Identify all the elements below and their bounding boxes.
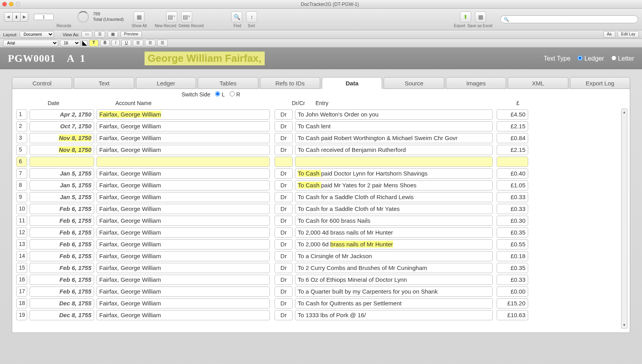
row-date[interactable]: Feb 6, 1755 <box>30 216 94 226</box>
row-account[interactable]: Fairfax, George William <box>96 310 270 320</box>
row-amount[interactable]: £0.33 <box>497 192 528 202</box>
search-input[interactable] <box>500 15 638 23</box>
row-amount[interactable]: £0.33 <box>497 275 528 285</box>
delete-record-icon[interactable]: ▤ˣ <box>181 11 192 22</box>
table-row[interactable]: 19Dec 8, 1755Fairfax, George WilliamDrTo… <box>16 309 620 321</box>
row-number[interactable]: 6 <box>16 157 27 167</box>
row-account[interactable]: Fairfax, George William <box>96 216 270 226</box>
row-account[interactable]: Fairfax, George William <box>96 180 270 190</box>
row-entry[interactable]: To 2,000 6d brass nails of Mr Hunter <box>295 239 493 249</box>
table-row[interactable]: 18Dec 8, 1755Fairfax, George WilliamDrTo… <box>16 297 620 309</box>
table-row[interactable]: 14Feb 6, 1755Fairfax, George WilliamDrTo… <box>16 250 620 262</box>
row-drcr[interactable]: Dr <box>275 227 293 238</box>
row-drcr[interactable]: Dr <box>275 216 293 226</box>
view-form-icon[interactable]: ▭ <box>82 31 92 38</box>
radio-ledger[interactable]: Ledger <box>577 55 604 62</box>
row-date[interactable]: Feb 6, 1755 <box>30 204 94 214</box>
row-entry[interactable]: To 2 Curry Combs and Brushes of Mr Cunin… <box>295 263 493 273</box>
row-amount[interactable]: £4.50 <box>497 109 528 120</box>
row-entry[interactable]: To Cash received of Benjamin Rutherford <box>295 145 493 155</box>
row-drcr[interactable] <box>275 157 293 167</box>
next-record-icon[interactable]: ▶ <box>20 13 28 21</box>
view-list-icon[interactable]: ☰ <box>95 31 105 38</box>
scroll-up-icon[interactable]: ▲ <box>622 109 627 115</box>
row-amount[interactable]: £2.15 <box>497 145 528 155</box>
row-account[interactable]: Fairfax, George William <box>96 192 270 202</box>
row-drcr[interactable]: Dr <box>275 275 293 285</box>
tab-tables[interactable]: Tables <box>198 77 258 89</box>
record-nav[interactable]: ◀ ▮ ▶ <box>4 12 28 22</box>
row-amount[interactable] <box>497 157 528 167</box>
bold-button[interactable]: B <box>100 40 110 46</box>
row-account[interactable]: Fairfax, George William <box>96 298 270 309</box>
row-drcr[interactable]: Dr <box>275 121 293 131</box>
prev-record-icon[interactable]: ◀ <box>4 13 12 21</box>
row-number[interactable]: 5 <box>16 145 27 155</box>
underline-button[interactable]: U <box>121 40 131 46</box>
row-amount[interactable]: £0.00 <box>497 286 528 297</box>
row-account[interactable]: Fairfax, George William <box>96 121 270 131</box>
row-number[interactable]: 10 <box>16 204 27 214</box>
tab-images[interactable]: Images <box>446 77 506 89</box>
row-amount[interactable]: £0.84 <box>497 133 528 143</box>
table-row[interactable]: 7Jan 5, 1755Fairfax, George WilliamDrTo … <box>16 168 620 179</box>
scrollbar[interactable]: ▲ ▼ <box>621 109 627 329</box>
row-drcr[interactable]: Dr <box>275 168 293 179</box>
row-entry[interactable]: To Cash for Quitrents as per Settlement <box>295 298 493 309</box>
row-date[interactable]: Feb 6, 1755 <box>30 275 94 285</box>
row-number[interactable]: 3 <box>16 133 27 143</box>
table-row[interactable]: 11Feb 6, 1755Fairfax, George WilliamDrTo… <box>16 215 620 227</box>
row-amount[interactable]: £2.15 <box>497 121 528 131</box>
row-date[interactable]: Dec 8, 1755 <box>30 310 94 320</box>
layout-select[interactable]: Document <box>20 31 54 38</box>
highlight-button[interactable]: T <box>89 40 98 46</box>
table-row[interactable]: 2Oct 7, 1750Fairfax, George WilliamDrTo … <box>16 120 620 132</box>
sort-icon[interactable]: ↕ <box>246 11 257 22</box>
row-entry[interactable]: To Cash for a Saddle Cloth of Richard Le… <box>295 192 493 202</box>
row-account[interactable]: Fairfax, George William <box>96 275 270 285</box>
font-select[interactable]: Arial <box>3 40 58 46</box>
row-amount[interactable]: £10.63 <box>497 310 528 320</box>
row-account[interactable]: Fairfax, George William <box>96 168 270 179</box>
row-drcr[interactable]: Dr <box>275 133 293 143</box>
table-row[interactable]: 12Feb 6, 1755Fairfax, George WilliamDrTo… <box>16 227 620 238</box>
row-entry[interactable]: To Cash for 600 brass Nails <box>295 216 493 226</box>
row-entry[interactable]: To Cash lent <box>295 121 493 131</box>
row-number[interactable]: 9 <box>16 192 27 202</box>
row-drcr[interactable]: Dr <box>275 298 293 309</box>
align-left-icon[interactable]: ☰ <box>133 40 143 46</box>
row-amount[interactable]: £0.33 <box>497 204 528 214</box>
table-row[interactable]: 10Feb 6, 1755Fairfax, George WilliamDrTo… <box>16 203 620 215</box>
scroll-down-icon[interactable]: ▼ <box>622 322 627 328</box>
row-number[interactable]: 14 <box>16 251 27 261</box>
row-drcr[interactable]: Dr <box>275 251 293 261</box>
table-row[interactable]: 17Feb 6, 1755Fairfax, George WilliamDrTo… <box>16 286 620 297</box>
table-row[interactable]: 13Feb 6, 1755Fairfax, George WilliamDrTo… <box>16 238 620 250</box>
tab-ledger[interactable]: Ledger <box>136 77 196 89</box>
row-number[interactable]: 11 <box>16 216 27 226</box>
row-amount[interactable]: £0.18 <box>497 251 528 261</box>
row-date[interactable]: Feb 6, 1755 <box>30 263 94 273</box>
row-entry[interactable]: To Cash paid Robert Worthington & Michae… <box>295 133 493 143</box>
row-drcr[interactable]: Dr <box>275 109 293 120</box>
row-date[interactable]: Jan 5, 1755 <box>30 168 94 179</box>
save-excel-icon[interactable]: ▦ <box>475 11 486 22</box>
table-row[interactable]: 8Jan 5, 1755Fairfax, George WilliamDrTo … <box>16 179 620 191</box>
row-amount[interactable]: £0.40 <box>497 168 528 179</box>
minimize-icon[interactable] <box>9 2 13 6</box>
row-number[interactable]: 13 <box>16 239 27 249</box>
radio-letter[interactable]: Letter <box>611 55 634 62</box>
row-date[interactable]: Nov 8, 1750 <box>30 133 94 143</box>
tab-source[interactable]: Source <box>384 77 444 89</box>
preview-button[interactable]: Preview <box>121 31 142 38</box>
row-entry[interactable]: To John Welton's Order on you <box>295 109 493 120</box>
row-date[interactable]: Oct 7, 1750 <box>30 121 94 131</box>
row-date[interactable]: Dec 8, 1755 <box>30 298 94 309</box>
row-date[interactable]: Feb 6, 1755 <box>30 227 94 238</box>
row-amount[interactable]: £0.35 <box>497 227 528 238</box>
row-account[interactable]: Fairfax, George William <box>96 145 270 155</box>
find-icon[interactable]: 🔍 <box>231 11 242 22</box>
row-drcr[interactable]: Dr <box>275 145 293 155</box>
row-amount[interactable]: £0.30 <box>497 216 528 226</box>
tab-data[interactable]: Data <box>322 77 382 89</box>
